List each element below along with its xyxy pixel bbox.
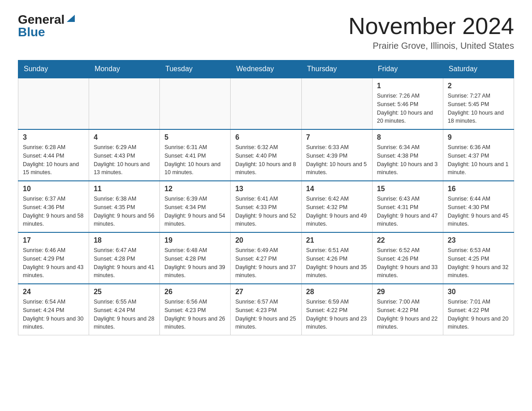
day-number: 14 xyxy=(306,185,368,193)
day-info: Sunrise: 6:42 AM Sunset: 4:32 PM Dayligh… xyxy=(306,195,368,228)
calendar-cell: 23Sunrise: 6:53 AM Sunset: 4:25 PM Dayli… xyxy=(443,232,514,284)
day-number: 27 xyxy=(235,288,296,296)
calendar-header-wednesday: Wednesday xyxy=(231,60,301,78)
day-number: 25 xyxy=(94,288,155,296)
calendar-week-row: 17Sunrise: 6:46 AM Sunset: 4:29 PM Dayli… xyxy=(18,232,514,284)
calendar-cell: 24Sunrise: 6:54 AM Sunset: 4:24 PM Dayli… xyxy=(18,284,89,335)
calendar-cell: 28Sunrise: 6:59 AM Sunset: 4:22 PM Dayli… xyxy=(301,284,372,335)
calendar-cell: 7Sunrise: 6:33 AM Sunset: 4:39 PM Daylig… xyxy=(301,129,372,181)
logo-general-text: General xyxy=(18,13,64,26)
day-info: Sunrise: 6:46 AM Sunset: 4:29 PM Dayligh… xyxy=(23,246,84,280)
calendar-cell: 4Sunrise: 6:29 AM Sunset: 4:43 PM Daylig… xyxy=(89,129,160,181)
calendar-cell: 18Sunrise: 6:47 AM Sunset: 4:28 PM Dayli… xyxy=(89,232,160,284)
calendar-cell: 27Sunrise: 6:57 AM Sunset: 4:23 PM Dayli… xyxy=(231,284,301,335)
day-info: Sunrise: 6:55 AM Sunset: 4:24 PM Dayligh… xyxy=(94,298,155,331)
day-number: 13 xyxy=(235,185,296,193)
calendar-cell: 1Sunrise: 7:26 AM Sunset: 5:46 PM Daylig… xyxy=(372,78,443,129)
day-info: Sunrise: 6:48 AM Sunset: 4:28 PM Dayligh… xyxy=(164,246,226,280)
day-number: 30 xyxy=(448,288,509,296)
day-number: 1 xyxy=(377,82,438,90)
day-info: Sunrise: 6:51 AM Sunset: 4:26 PM Dayligh… xyxy=(306,246,368,280)
calendar-week-row: 24Sunrise: 6:54 AM Sunset: 4:24 PM Dayli… xyxy=(18,284,514,335)
calendar-cell: 16Sunrise: 6:44 AM Sunset: 4:30 PM Dayli… xyxy=(443,181,514,232)
calendar-cell xyxy=(160,78,231,129)
day-number: 19 xyxy=(164,236,226,244)
day-number: 18 xyxy=(94,236,155,244)
calendar-cell xyxy=(231,78,301,129)
svg-marker-0 xyxy=(67,15,75,22)
day-info: Sunrise: 6:47 AM Sunset: 4:28 PM Dayligh… xyxy=(94,246,155,280)
day-info: Sunrise: 7:27 AM Sunset: 5:45 PM Dayligh… xyxy=(448,92,509,125)
calendar-cell xyxy=(18,78,89,129)
day-info: Sunrise: 7:26 AM Sunset: 5:46 PM Dayligh… xyxy=(377,92,438,125)
calendar-week-row: 10Sunrise: 6:37 AM Sunset: 4:36 PM Dayli… xyxy=(18,181,514,232)
day-number: 5 xyxy=(164,133,226,141)
day-info: Sunrise: 7:00 AM Sunset: 4:22 PM Dayligh… xyxy=(377,298,438,331)
calendar-header-tuesday: Tuesday xyxy=(160,60,231,78)
calendar-cell: 5Sunrise: 6:31 AM Sunset: 4:41 PM Daylig… xyxy=(160,129,231,181)
calendar-cell: 29Sunrise: 7:00 AM Sunset: 4:22 PM Dayli… xyxy=(372,284,443,335)
calendar-cell: 12Sunrise: 6:39 AM Sunset: 4:34 PM Dayli… xyxy=(160,181,231,232)
day-info: Sunrise: 7:01 AM Sunset: 4:22 PM Dayligh… xyxy=(448,298,509,331)
day-number: 16 xyxy=(448,185,509,193)
day-number: 8 xyxy=(377,133,438,141)
day-info: Sunrise: 6:28 AM Sunset: 4:44 PM Dayligh… xyxy=(23,143,84,177)
calendar-cell: 20Sunrise: 6:49 AM Sunset: 4:27 PM Dayli… xyxy=(231,232,301,284)
day-number: 4 xyxy=(94,133,155,141)
day-info: Sunrise: 6:34 AM Sunset: 4:38 PM Dayligh… xyxy=(377,143,438,177)
calendar-week-row: 3Sunrise: 6:28 AM Sunset: 4:44 PM Daylig… xyxy=(18,129,514,181)
day-number: 20 xyxy=(235,236,296,244)
calendar-table: SundayMondayTuesdayWednesdayThursdayFrid… xyxy=(18,60,514,335)
day-number: 22 xyxy=(377,236,438,244)
day-number: 2 xyxy=(448,82,509,90)
day-info: Sunrise: 6:41 AM Sunset: 4:33 PM Dayligh… xyxy=(235,195,296,228)
day-number: 7 xyxy=(306,133,368,141)
day-number: 9 xyxy=(448,133,509,141)
day-info: Sunrise: 6:43 AM Sunset: 4:31 PM Dayligh… xyxy=(377,195,438,228)
calendar-week-row: 1Sunrise: 7:26 AM Sunset: 5:46 PM Daylig… xyxy=(18,78,514,129)
calendar-cell: 21Sunrise: 6:51 AM Sunset: 4:26 PM Dayli… xyxy=(301,232,372,284)
day-info: Sunrise: 6:38 AM Sunset: 4:35 PM Dayligh… xyxy=(94,195,155,228)
day-info: Sunrise: 6:54 AM Sunset: 4:24 PM Dayligh… xyxy=(23,298,84,331)
logo-arrow-icon xyxy=(66,13,76,23)
calendar-header-saturday: Saturday xyxy=(443,60,514,78)
calendar-cell: 6Sunrise: 6:32 AM Sunset: 4:40 PM Daylig… xyxy=(231,129,301,181)
calendar-header-sunday: Sunday xyxy=(18,60,89,78)
day-info: Sunrise: 6:36 AM Sunset: 4:37 PM Dayligh… xyxy=(448,143,509,177)
main-title: November 2024 xyxy=(348,13,514,39)
calendar-cell: 13Sunrise: 6:41 AM Sunset: 4:33 PM Dayli… xyxy=(231,181,301,232)
day-number: 12 xyxy=(164,185,226,193)
page-header: General Blue November 2024 Prairie Grove… xyxy=(18,13,514,51)
day-info: Sunrise: 6:44 AM Sunset: 4:30 PM Dayligh… xyxy=(448,195,509,228)
day-info: Sunrise: 6:56 AM Sunset: 4:23 PM Dayligh… xyxy=(164,298,226,331)
day-number: 17 xyxy=(23,236,84,244)
day-info: Sunrise: 6:53 AM Sunset: 4:25 PM Dayligh… xyxy=(448,246,509,280)
calendar-cell: 3Sunrise: 6:28 AM Sunset: 4:44 PM Daylig… xyxy=(18,129,89,181)
day-info: Sunrise: 6:37 AM Sunset: 4:36 PM Dayligh… xyxy=(23,195,84,228)
calendar-header-row: SundayMondayTuesdayWednesdayThursdayFrid… xyxy=(18,60,514,78)
title-block: November 2024 Prairie Grove, Illinois, U… xyxy=(348,13,514,51)
day-number: 24 xyxy=(23,288,84,296)
day-info: Sunrise: 6:32 AM Sunset: 4:40 PM Dayligh… xyxy=(235,143,296,177)
day-number: 11 xyxy=(94,185,155,193)
day-number: 15 xyxy=(377,185,438,193)
calendar-cell: 17Sunrise: 6:46 AM Sunset: 4:29 PM Dayli… xyxy=(18,232,89,284)
calendar-cell: 10Sunrise: 6:37 AM Sunset: 4:36 PM Dayli… xyxy=(18,181,89,232)
day-number: 6 xyxy=(235,133,296,141)
day-number: 3 xyxy=(23,133,84,141)
calendar-cell: 9Sunrise: 6:36 AM Sunset: 4:37 PM Daylig… xyxy=(443,129,514,181)
day-number: 21 xyxy=(306,236,368,244)
calendar-cell: 19Sunrise: 6:48 AM Sunset: 4:28 PM Dayli… xyxy=(160,232,231,284)
day-info: Sunrise: 6:29 AM Sunset: 4:43 PM Dayligh… xyxy=(94,143,155,177)
logo: General Blue xyxy=(18,13,76,39)
day-number: 29 xyxy=(377,288,438,296)
day-number: 28 xyxy=(306,288,368,296)
subtitle: Prairie Grove, Illinois, United States xyxy=(348,41,514,51)
calendar-cell: 2Sunrise: 7:27 AM Sunset: 5:45 PM Daylig… xyxy=(443,78,514,129)
calendar-cell: 26Sunrise: 6:56 AM Sunset: 4:23 PM Dayli… xyxy=(160,284,231,335)
day-info: Sunrise: 6:33 AM Sunset: 4:39 PM Dayligh… xyxy=(306,143,368,177)
calendar-cell: 14Sunrise: 6:42 AM Sunset: 4:32 PM Dayli… xyxy=(301,181,372,232)
day-info: Sunrise: 6:59 AM Sunset: 4:22 PM Dayligh… xyxy=(306,298,368,331)
calendar-cell: 25Sunrise: 6:55 AM Sunset: 4:24 PM Dayli… xyxy=(89,284,160,335)
calendar-cell: 30Sunrise: 7:01 AM Sunset: 4:22 PM Dayli… xyxy=(443,284,514,335)
